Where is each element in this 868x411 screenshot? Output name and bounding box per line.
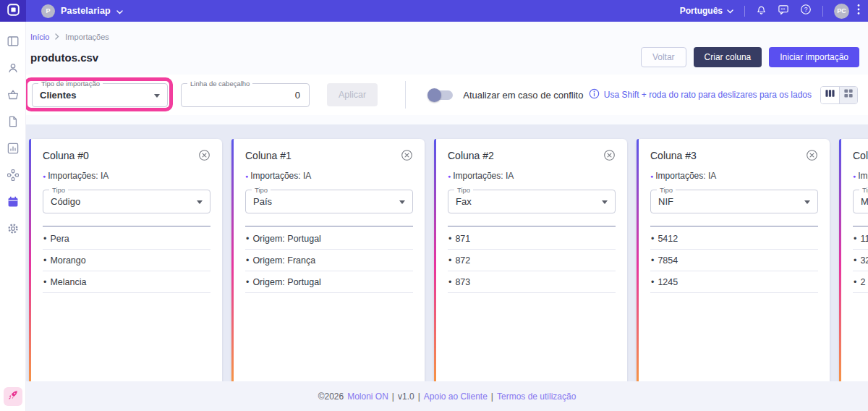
scroll-hint-text: Usa Shift + roda do rato para deslizares… [604,90,812,100]
column-tag: Importações: IA [650,171,818,181]
sidebar-item-documents[interactable] [6,116,20,130]
import-type-label: Tipo de importação [38,80,103,88]
divider [405,81,406,109]
chart-icon [7,142,20,158]
create-column-button[interactable]: Criar coluna [694,47,762,67]
column-rows: 541278541245 [650,228,818,293]
notifications-button[interactable] [756,4,767,18]
divider [245,226,413,226]
header-line-value: 0 [295,90,309,101]
conflict-toggle[interactable] [429,90,453,100]
close-icon[interactable] [198,149,210,161]
import-type-select[interactable]: Tipo de importação Clientes [32,83,168,107]
sidebar-item-settings[interactable] [6,223,20,237]
footer-version: v1.0 [398,391,414,402]
column-type-select[interactable]: Tipo Morada [853,190,868,213]
apply-button[interactable]: Aplicar [327,83,378,106]
footer-separator: | [418,391,420,402]
chevron-down-icon [602,200,608,204]
messages-button[interactable] [778,4,789,18]
start-import-button[interactable]: Iniciar importação [769,47,859,67]
chevron-down-icon [197,200,203,204]
column-row: 11 [853,228,868,250]
page-header: Início Importações produtos.csv Voltar C… [26,22,868,67]
page-title: produtos.csv [30,51,98,64]
column-row: Origem: França [245,250,413,271]
divider [650,226,818,226]
gear-icon [7,222,20,238]
grid-view-button[interactable] [839,87,857,103]
column-tag: Importações: IA [245,171,413,181]
footer-support-link[interactable]: Apoio ao Cliente [424,391,488,402]
column-type-select[interactable]: Tipo Código [43,190,210,213]
person-icon [7,62,20,77]
column-row: Origem: Portugal [245,271,413,293]
language-selector[interactable]: Português [680,6,733,16]
toggle-knob [427,88,441,102]
sidebar-item-imports-active[interactable] [6,196,20,211]
divider [448,226,616,226]
sidebar-item-sales[interactable] [6,89,20,103]
column-title: Coluna #0 [43,150,89,161]
app-logo[interactable] [0,0,26,22]
bell-icon [756,4,767,18]
column-row: 873 [448,271,616,293]
column-card: Coluna #1 Importações: IA Tipo País Orig… [231,139,425,381]
rocket-icon [7,389,19,404]
column-row: 7854 [650,250,818,271]
column-type-select[interactable]: Tipo País [245,190,413,213]
back-button[interactable]: Voltar [641,47,686,67]
info-icon [589,88,600,101]
chevron-down-icon [727,6,733,16]
footer-brand-link[interactable]: Moloni ON [347,391,388,402]
column-type-value: Código [43,196,80,207]
column-type-value: NIF [651,196,673,207]
column-row: Morango [43,250,210,271]
header-line-label: Linha de cabeçalho [187,80,252,88]
sidebar-item-clients[interactable] [6,62,20,77]
launcher-button[interactable] [4,387,22,406]
column-card: Coluna #0 Importações: IA Tipo Código Pe… [29,139,222,381]
company-switcher[interactable]: P Pastelariap [41,4,123,18]
divider [853,226,868,226]
columns-board: Coluna #0 Importações: IA Tipo Código Pe… [26,124,868,381]
column-row: 5412 [650,228,818,250]
conflict-toggle-label: Atualizar em caso de conflito [463,90,583,101]
breadcrumb-current: Importações [65,33,109,41]
footer-terms-link[interactable]: Termos de utilização [497,391,576,402]
topbar-right: Português ? PC [680,4,860,19]
sidebar [0,22,26,411]
sidebar-item-integrations[interactable] [6,169,20,184]
header-line-input[interactable]: Linha de cabeçalho 0 [181,83,310,107]
company-avatar: P [41,4,55,18]
sidebar-item-reports[interactable] [6,143,20,157]
column-rows: PeraMorangoMelancia [43,228,210,293]
close-icon[interactable] [603,149,616,161]
divider [822,6,823,17]
columns-view-button[interactable] [821,87,839,103]
column-rows: Origem: PortugalOrigem: FrançaOrigem: Po… [245,228,413,293]
language-label: Português [680,6,723,16]
column-card-header: Coluna #0 [43,149,210,161]
divider [43,226,210,226]
chevron-down-icon [154,94,160,98]
column-title: Coluna #4 [853,150,868,161]
column-type-label: Tipo [252,186,271,194]
column-row: Origem: Portugal [245,228,413,250]
footer-copyright: ©2026 [318,391,344,402]
column-type-select[interactable]: Tipo NIF [650,190,818,213]
more-menu-button[interactable] [857,4,860,18]
page-footer: ©2026 Moloni ON | v1.0 | Apoio ao Client… [26,381,868,411]
chevron-down-icon [399,200,405,204]
help-button[interactable]: ? [800,4,812,18]
chevron-down-icon [116,4,123,17]
breadcrumb-home-link[interactable]: Início [30,33,49,41]
title-row: produtos.csv Voltar Criar coluna Iniciar… [30,47,859,67]
column-type-label: Tipo [454,186,473,194]
column-type-select[interactable]: Tipo Fax [448,190,616,213]
company-name: Pastelariap [61,6,111,16]
sidebar-item-dashboard[interactable] [6,35,20,50]
close-icon[interactable] [806,149,818,161]
close-icon[interactable] [401,149,413,161]
user-avatar[interactable]: PC [834,4,849,19]
